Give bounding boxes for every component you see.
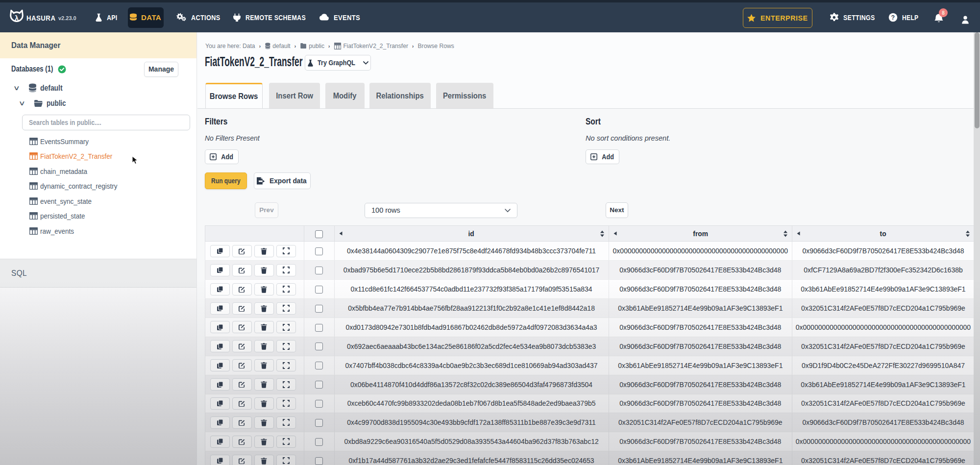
svg-text:λ: λ: [15, 14, 19, 22]
svg-text:?: ?: [891, 14, 895, 21]
